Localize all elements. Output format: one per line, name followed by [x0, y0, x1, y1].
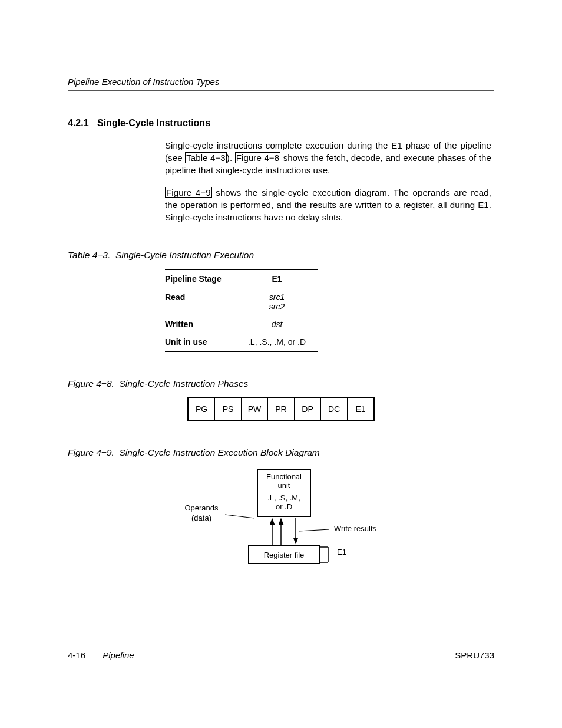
- xref-table-4-3[interactable]: Table 4−3: [185, 152, 227, 163]
- caption-title: Single-Cycle Instruction Execution: [115, 250, 254, 260]
- phase-cell: PW: [242, 398, 268, 420]
- operands-label: Operands: [184, 503, 219, 512]
- e1-label: E1: [337, 548, 346, 556]
- svg-line-5: [225, 515, 254, 518]
- td-label: Read: [165, 292, 236, 311]
- figure-4-9-caption: Figure 4−9. Single-Cycle Instruction Exe…: [68, 447, 494, 458]
- text: src2: [236, 302, 318, 311]
- svg-line-6: [299, 529, 329, 531]
- operands-label: (data): [191, 513, 211, 522]
- footer-chapter: Pipeline: [103, 650, 134, 660]
- caption-number: Table 4−3.: [68, 250, 110, 260]
- td-value: src1 src2: [236, 292, 318, 311]
- register-file-label: Register file: [264, 551, 305, 559]
- phase-cell: PG: [189, 398, 215, 420]
- td-label: Written: [165, 319, 236, 329]
- phase-cell: PS: [215, 398, 242, 420]
- phase-cell: PR: [268, 398, 295, 420]
- xref-figure-4-9[interactable]: Figure 4−9: [165, 187, 212, 198]
- page: Pipeline Execution of Instruction Types …: [0, 0, 562, 728]
- paragraph-2: Figure 4−9 shows the single-cycle execut…: [165, 186, 491, 223]
- func-unit-units: or .D: [276, 502, 292, 511]
- caption-number: Figure 4−8.: [68, 378, 114, 388]
- page-num: 4-16: [68, 650, 85, 660]
- section-title: Single-Cycle Instructions: [97, 118, 210, 129]
- header-rule: [68, 90, 494, 91]
- running-header: Pipeline Execution of Instruction Types: [68, 77, 494, 87]
- text: shows the single-cycle execution diagram…: [165, 187, 491, 222]
- section-number: 4.2.1: [68, 118, 97, 129]
- table-4-3-caption: Table 4−3. Single-Cycle Instruction Exec…: [68, 250, 494, 261]
- table-row: Written dst: [165, 315, 318, 333]
- caption-title: Single-Cycle Instruction Execution Block…: [119, 447, 319, 457]
- phase-cell: DC: [321, 398, 348, 420]
- table-row: Read src1 src2: [165, 288, 318, 315]
- text: ).: [227, 153, 235, 163]
- phases-row: PG PS PW PR DP DC E1: [187, 397, 375, 421]
- page-footer: 4-16 Pipeline SPRU733: [68, 650, 494, 660]
- figure-4-8-caption: Figure 4−8. Single-Cycle Instruction Pha…: [68, 378, 494, 389]
- table-row: Unit in use .L, .S., .M, or .D: [165, 333, 318, 351]
- xref-figure-4-8[interactable]: Figure 4−8: [235, 152, 280, 163]
- th-e1: E1: [236, 274, 318, 284]
- td-value: dst: [236, 319, 318, 329]
- func-unit-units: .L, .S, .M,: [267, 493, 300, 502]
- block-diagram-svg: Functional unit .L, .S, .M, or .D Regist…: [157, 466, 405, 572]
- footer-doc-id: SPRU733: [455, 650, 494, 660]
- table-header-row: Pipeline Stage E1: [165, 270, 318, 288]
- td-value: .L, .S., .M, or .D: [236, 337, 318, 347]
- caption-number: Figure 4−9.: [68, 447, 114, 457]
- caption-title: Single-Cycle Instruction Phases: [119, 378, 248, 388]
- func-unit-label: unit: [278, 481, 290, 490]
- write-results-label: Write results: [334, 524, 376, 533]
- paragraph-1: Single-cycle instructions complete execu…: [165, 139, 491, 176]
- figure-4-8: PG PS PW PR DP DC E1: [68, 397, 494, 421]
- phase-cell: E1: [348, 398, 373, 420]
- text: src1: [236, 292, 318, 302]
- section-heading: 4.2.1 Single-Cycle Instructions: [68, 118, 494, 129]
- func-unit-label: Functional: [266, 472, 302, 481]
- figure-4-9: Functional unit .L, .S, .M, or .D Regist…: [68, 466, 494, 572]
- th-pipeline-stage: Pipeline Stage: [165, 274, 236, 284]
- phase-cell: DP: [295, 398, 321, 420]
- td-label: Unit in use: [165, 337, 236, 347]
- table-4-3: Pipeline Stage E1 Read src1 src2 Written…: [165, 269, 318, 352]
- footer-page-number: 4-16 Pipeline: [68, 650, 134, 660]
